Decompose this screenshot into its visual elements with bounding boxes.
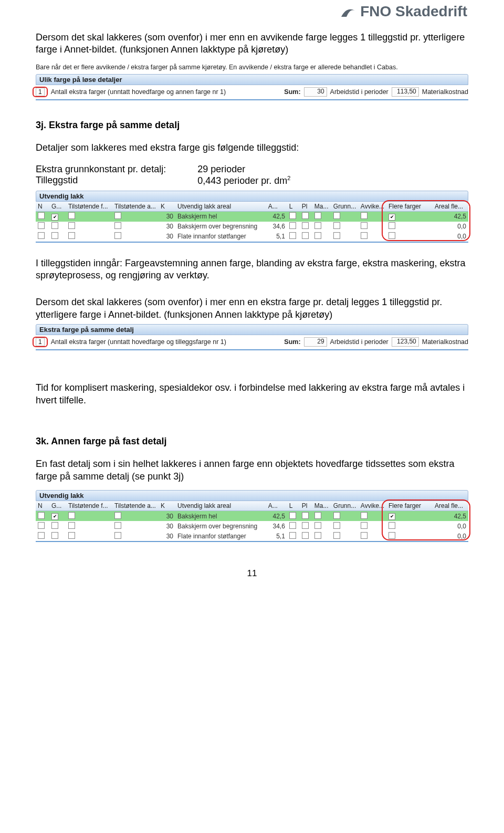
checkbox[interactable] (38, 512, 45, 519)
col-header[interactable]: Ma... (312, 501, 331, 511)
checkbox[interactable] (289, 222, 296, 229)
checkbox[interactable] (51, 522, 58, 529)
col-header[interactable]: Tilstøtende a... (112, 501, 159, 511)
checkbox[interactable] (361, 532, 368, 539)
checkbox[interactable] (38, 232, 45, 239)
col-header[interactable]: Tilstøtende f... (66, 501, 112, 511)
checkbox[interactable] (314, 522, 321, 529)
ekstra-sum[interactable]: 29 (304, 337, 327, 347)
checkbox[interactable] (289, 512, 296, 519)
col-header[interactable]: Utvendig lakk areal (175, 202, 266, 212)
col-header[interactable]: N (36, 202, 49, 212)
checkbox[interactable] (302, 232, 309, 239)
col-header[interactable]: K (159, 202, 175, 212)
checkbox[interactable] (51, 214, 58, 221)
col-header[interactable]: Avvike... (359, 202, 386, 212)
checkbox[interactable] (302, 532, 309, 539)
checkbox[interactable] (51, 232, 58, 239)
col-header[interactable]: Flere farger (386, 501, 433, 511)
table-row[interactable]: 30Flate innanfor støtfanger5,10,0 (36, 531, 468, 541)
col-header[interactable]: G... (49, 202, 66, 212)
col-header[interactable]: Areal fle... (433, 501, 468, 511)
checkbox[interactable] (314, 512, 321, 519)
col-header[interactable]: Tilstøtende f... (66, 202, 112, 212)
checkbox[interactable] (388, 522, 395, 529)
checkbox[interactable] (114, 222, 121, 229)
ulik-sum[interactable]: 30 (304, 87, 327, 97)
checkbox[interactable] (388, 222, 395, 229)
checkbox[interactable] (114, 232, 121, 239)
col-header[interactable]: Areal fle... (433, 202, 468, 212)
checkbox[interactable] (302, 512, 309, 519)
checkbox[interactable] (314, 212, 321, 219)
checkbox[interactable] (114, 532, 121, 539)
table-row[interactable]: 30Bakskjerm hel42,542,5 (36, 211, 468, 222)
checkbox[interactable] (114, 522, 121, 529)
col-header[interactable]: A... (266, 501, 287, 511)
col-header[interactable]: Tilstøtende a... (112, 202, 159, 212)
checkbox[interactable] (361, 232, 368, 239)
col-header[interactable]: L (287, 501, 300, 511)
ulik-count-input[interactable]: 1 (36, 88, 45, 96)
table-row[interactable]: 30Bakskjerm over begrensning34,60,0 (36, 521, 468, 531)
checkbox[interactable] (388, 513, 395, 520)
checkbox[interactable] (68, 232, 75, 239)
col-header[interactable]: Flere farger (386, 202, 433, 212)
checkbox[interactable] (333, 532, 340, 539)
col-header[interactable]: Utvendig lakk areal (175, 501, 266, 511)
checkbox[interactable] (68, 532, 75, 539)
checkbox[interactable] (333, 232, 340, 239)
checkbox[interactable] (114, 212, 121, 219)
checkbox[interactable] (314, 532, 321, 539)
checkbox[interactable] (289, 212, 296, 219)
checkbox[interactable] (333, 512, 340, 519)
ekstra-count-input[interactable]: 1 (36, 338, 45, 346)
checkbox[interactable] (361, 522, 368, 529)
checkbox[interactable] (289, 232, 296, 239)
checkbox[interactable] (388, 214, 395, 221)
checkbox[interactable] (68, 222, 75, 229)
checkbox[interactable] (361, 212, 368, 219)
checkbox[interactable] (68, 522, 75, 529)
checkbox[interactable] (38, 212, 45, 219)
checkbox[interactable] (38, 522, 45, 529)
col-header[interactable]: Grunn... (331, 202, 359, 212)
checkbox[interactable] (38, 222, 45, 229)
checkbox[interactable] (302, 222, 309, 229)
checkbox[interactable] (388, 232, 395, 239)
checkbox[interactable] (314, 232, 321, 239)
checkbox[interactable] (333, 522, 340, 529)
checkbox[interactable] (314, 222, 321, 229)
ekstra-arb[interactable]: 123,50 (392, 337, 419, 347)
checkbox[interactable] (302, 522, 309, 529)
table-row[interactable]: 30Flate innanfor støtfanger5,10,0 (36, 232, 468, 242)
col-header[interactable]: K (159, 501, 175, 511)
checkbox[interactable] (68, 512, 75, 519)
checkbox[interactable] (51, 222, 58, 229)
col-header[interactable]: Pl (300, 501, 312, 511)
checkbox[interactable] (333, 212, 340, 219)
col-header[interactable]: A... (266, 202, 287, 212)
ulik-arb[interactable]: 113,50 (392, 87, 419, 97)
col-header[interactable]: Avvike... (359, 501, 386, 511)
col-header[interactable]: Pl (300, 202, 312, 212)
checkbox[interactable] (388, 532, 395, 539)
col-header[interactable]: N (36, 501, 49, 511)
col-header[interactable]: Ma... (312, 202, 331, 212)
col-header[interactable]: Grunn... (331, 501, 359, 511)
checkbox[interactable] (302, 212, 309, 219)
checkbox[interactable] (68, 212, 75, 219)
checkbox[interactable] (361, 512, 368, 519)
col-header[interactable]: G... (49, 501, 66, 511)
checkbox[interactable] (114, 512, 121, 519)
table-row[interactable]: 30Bakskjerm hel42,542,5 (36, 511, 468, 522)
checkbox[interactable] (51, 532, 58, 539)
checkbox[interactable] (289, 532, 296, 539)
checkbox[interactable] (38, 532, 45, 539)
table-row[interactable]: 30Bakskjerm over begrensning34,60,0 (36, 222, 468, 232)
checkbox[interactable] (333, 222, 340, 229)
checkbox[interactable] (289, 522, 296, 529)
checkbox[interactable] (361, 222, 368, 229)
checkbox[interactable] (51, 513, 58, 520)
col-header[interactable]: L (287, 202, 300, 212)
